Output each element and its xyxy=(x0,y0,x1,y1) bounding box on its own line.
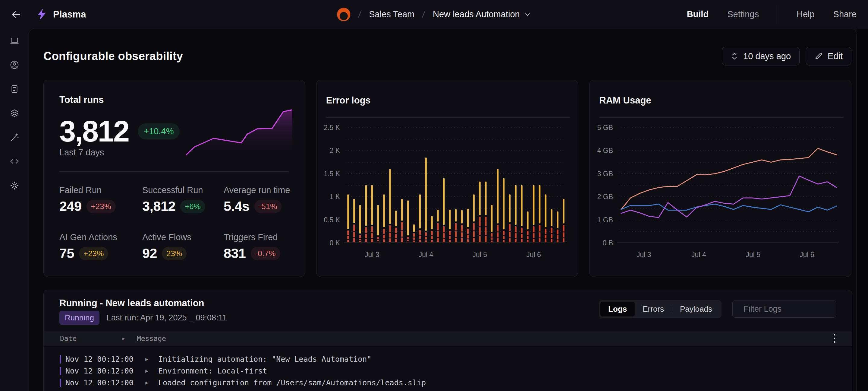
breadcrumb-team[interactable]: Sales Team xyxy=(369,9,414,19)
expand-arrow-icon[interactable]: ▶ xyxy=(135,380,158,386)
svg-text:5 GB: 5 GB xyxy=(597,124,613,132)
card-divider xyxy=(326,117,570,118)
stat-label: Average run time xyxy=(224,185,293,196)
page-titlebar: Configurable obserability 10 days ago Ed… xyxy=(43,47,851,66)
column-message[interactable]: Message xyxy=(137,335,166,342)
stat-delta-badge: +23% xyxy=(87,200,116,213)
log-row[interactable]: Nov 12 00:12:00 ▶ Initializing automatio… xyxy=(44,353,852,365)
stat-label: Active Flows xyxy=(142,232,224,243)
team-avatar[interactable] xyxy=(337,7,350,21)
kebab-menu-icon[interactable] xyxy=(834,334,835,343)
card-divider xyxy=(599,117,843,118)
status-badge: Running xyxy=(59,311,99,325)
stat-delta-badge: +6% xyxy=(180,200,205,213)
breadcrumb-separator: / xyxy=(358,9,362,20)
stat-label: Successful Run xyxy=(142,185,224,196)
user-circle-icon[interactable] xyxy=(10,60,19,70)
log-rows: Nov 12 00:12:00 ▶ Initializing automatio… xyxy=(44,353,852,389)
log-tabs: Logs Errors Payloads xyxy=(599,300,721,318)
svg-text:4 GB: 4 GB xyxy=(597,147,613,155)
stat-ai-gen-actions: AI Gen Actions 75+23% xyxy=(59,232,142,262)
time-range-button[interactable]: 10 days ago xyxy=(722,47,800,65)
nav-share[interactable]: Share xyxy=(833,9,857,19)
edit-button[interactable]: Edit xyxy=(806,47,851,65)
stat-active-flows: Active Flows 9223% xyxy=(142,232,224,262)
nav-divider xyxy=(778,5,778,24)
run-title: Running - New leads automation xyxy=(59,298,204,309)
log-date: Nov 12 00:12:00 xyxy=(65,355,135,364)
document-icon[interactable] xyxy=(10,84,19,94)
kpi-stats-grid: Failed Run 249+23% Successful Run 3,812+… xyxy=(59,185,293,262)
svg-text:0.5 K: 0.5 K xyxy=(324,216,340,224)
svg-text:1 K: 1 K xyxy=(330,193,340,201)
stat-value: 75 xyxy=(59,246,74,261)
total-runs-sparkline xyxy=(186,105,292,157)
svg-text:Jul 3: Jul 3 xyxy=(637,251,651,258)
stat-delta-badge: -51% xyxy=(254,200,282,213)
stat-value: 5.4s xyxy=(224,198,250,214)
filter-logs-field[interactable] xyxy=(733,300,836,318)
edit-label: Edit xyxy=(828,51,843,61)
tab-payloads[interactable]: Payloads xyxy=(672,302,720,316)
gear-icon[interactable] xyxy=(10,181,19,190)
stat-value: 831 xyxy=(224,246,246,261)
column-date[interactable]: Date xyxy=(60,335,122,342)
svg-text:Jul 3: Jul 3 xyxy=(365,251,379,258)
filter-logs-input[interactable] xyxy=(744,304,850,314)
log-row[interactable]: Nov 12 00:12:00 ▶ Loaded configuration f… xyxy=(44,377,852,389)
nav-help[interactable]: Help xyxy=(797,9,815,19)
layers-icon[interactable] xyxy=(10,108,19,118)
tab-logs[interactable]: Logs xyxy=(600,302,635,316)
monitor-icon[interactable] xyxy=(10,36,19,46)
log-date: Nov 12 00:12:00 xyxy=(65,378,135,387)
expand-arrow-icon: ▶ xyxy=(122,336,137,341)
nav-build[interactable]: Build xyxy=(687,9,709,19)
app-name: Plasma xyxy=(53,9,86,20)
svg-text:Jul 5: Jul 5 xyxy=(746,251,761,258)
log-row-accent xyxy=(60,379,61,387)
stat-value: 249 xyxy=(59,198,82,214)
total-runs-delta-badge: +10.4% xyxy=(138,123,180,139)
svg-text:0 K: 0 K xyxy=(330,239,340,247)
error-logs-card: Error logs 0 K0.5 K1 K1.5 K2 K2.5 KJul 3… xyxy=(316,80,578,277)
svg-text:2 GB: 2 GB xyxy=(597,193,613,201)
kpi-cards-row: Total runs 3,812 +10.4% Last 7 days Fail… xyxy=(43,80,851,277)
magic-wand-icon[interactable] xyxy=(10,133,19,142)
log-message: Initializing automation: "New Leads Auto… xyxy=(158,355,371,364)
log-date: Nov 12 00:12:00 xyxy=(65,367,135,375)
left-sidebar xyxy=(0,29,29,391)
expand-arrow-icon[interactable]: ▶ xyxy=(135,356,158,362)
stat-label: AI Gen Actions xyxy=(59,232,142,243)
log-table-header: Date ▶ Message xyxy=(44,331,852,346)
title-actions: 10 days ago Edit xyxy=(722,47,851,65)
code-icon[interactable] xyxy=(10,157,19,166)
ram-usage-title: RAM Usage xyxy=(599,95,651,106)
svg-text:Jul 4: Jul 4 xyxy=(691,251,706,258)
log-row-accent xyxy=(60,367,61,375)
time-range-label: 10 days ago xyxy=(743,51,791,61)
total-runs-title: Total runs xyxy=(59,94,104,105)
svg-text:Jul 6: Jul 6 xyxy=(800,251,814,258)
stat-label: Triggers Fired xyxy=(224,232,293,243)
svg-text:2 K: 2 K xyxy=(330,147,340,155)
tab-errors[interactable]: Errors xyxy=(635,302,672,316)
back-button[interactable] xyxy=(9,8,22,21)
breadcrumb-page[interactable]: New leads Automation xyxy=(433,9,531,19)
run-log-panel: Running - New leads automation Running L… xyxy=(43,290,852,391)
total-runs-period: Last 7 days xyxy=(59,147,104,158)
nav-settings[interactable]: Settings xyxy=(727,9,759,19)
breadcrumb: / Sales Team / New leads Automation xyxy=(337,0,531,29)
breadcrumb-separator: / xyxy=(422,9,426,20)
main-content: Configurable obserability 10 days ago Ed… xyxy=(29,29,857,391)
page-title: Configurable obserability xyxy=(43,50,183,63)
log-row[interactable]: Nov 12 00:12:00 ▶ Environment: Local-fir… xyxy=(44,365,852,377)
stat-delta-badge: 23% xyxy=(162,247,187,260)
log-row-accent xyxy=(60,355,61,364)
error-logs-chart: 0 K0.5 K1 K1.5 K2 K2.5 KJul 3Jul 4Jul 5J… xyxy=(322,122,567,267)
expand-arrow-icon[interactable]: ▶ xyxy=(135,368,158,374)
svg-text:0 B: 0 B xyxy=(603,239,613,247)
top-header: Plasma / Sales Team / New leads Automati… xyxy=(0,0,868,29)
pencil-icon xyxy=(814,52,823,60)
stat-triggers-fired: Triggers Fired 831-0.7% xyxy=(224,232,293,262)
svg-text:Jul 6: Jul 6 xyxy=(526,251,541,258)
